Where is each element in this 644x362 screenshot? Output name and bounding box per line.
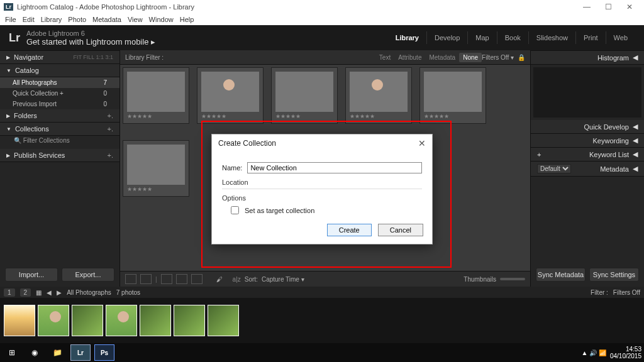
chrome-icon[interactable]: ◉	[25, 345, 44, 360]
navigator-zoom[interactable]: FIT FILL 1:1 3:1	[73, 54, 113, 60]
catalog-all-photographs[interactable]: All Photographs 7	[0, 77, 119, 88]
system-tray[interactable]: ▲ 🔊 📶 14:53 04/10/2015	[581, 346, 641, 359]
add-publish-icon[interactable]: +.	[108, 151, 113, 159]
filmstrip-thumb[interactable]	[208, 305, 239, 336]
explorer-icon[interactable]: 📁	[48, 345, 67, 360]
chevron-right-icon: ▶	[6, 153, 10, 158]
back-icon[interactable]: ◀	[47, 289, 52, 296]
keyword-list-header[interactable]: +Keyword List◀	[531, 148, 644, 162]
filmstrip-thumb[interactable]	[4, 305, 35, 336]
lock-icon[interactable]: 🔒	[518, 54, 525, 61]
clock-date: 04/10/2015	[610, 353, 641, 359]
publish-header[interactable]: ▶ Publish Services +.	[0, 149, 119, 162]
thumbnail-size-slider[interactable]	[500, 278, 525, 280]
filmstrip-thumb[interactable]	[174, 305, 205, 336]
chevron-right-icon: ▶	[6, 55, 10, 60]
chevron-left-icon: ◀	[633, 53, 638, 62]
collections-header[interactable]: ▼ Collections +.	[0, 123, 119, 136]
target-collection-checkbox[interactable]	[231, 206, 239, 214]
grid-thumb[interactable]: ★★★★★	[345, 67, 412, 124]
module-map[interactable]: Map	[467, 31, 496, 44]
module-web[interactable]: Web	[606, 31, 635, 44]
add-folder-icon[interactable]: +.	[108, 112, 113, 119]
histogram-header[interactable]: Histogram◀	[531, 51, 644, 65]
filters-off-dropdown[interactable]: Filters Off ▾	[482, 54, 514, 61]
metadata-preset-dropdown[interactable]: Default	[537, 164, 571, 173]
filter-label: Filter :	[591, 289, 608, 296]
photoshop-taskbar-icon[interactable]: Ps	[94, 344, 114, 361]
breadcrumb[interactable]: All Photographs	[67, 289, 111, 296]
tool-icon[interactable]	[161, 274, 172, 284]
cancel-button[interactable]: Cancel	[378, 224, 423, 236]
menu-photo[interactable]: Photo	[68, 16, 86, 23]
filmstrip-thumb[interactable]	[140, 305, 171, 336]
tool-icon[interactable]	[176, 274, 187, 284]
catalog-quick-collection[interactable]: Quick Collection + 0	[0, 88, 119, 99]
screen-1[interactable]: 1	[4, 288, 15, 297]
screen-2[interactable]: 2	[20, 288, 31, 297]
grid-icon[interactable]: ▦	[36, 289, 42, 296]
catalog-previous-import[interactable]: Previous Import 0	[0, 99, 119, 109]
minimize-button[interactable]: —	[576, 3, 597, 11]
menu-metadata[interactable]: Metadata	[92, 16, 121, 23]
lr-logo: Lr	[9, 31, 20, 45]
thumbnails-label: Thumbnails	[464, 276, 496, 283]
view-grid-icon[interactable]	[125, 274, 136, 284]
filter-collections[interactable]: 🔍 Filter Collections	[8, 136, 119, 145]
filmstrip-thumb[interactable]	[106, 305, 137, 336]
dialog-titlebar[interactable]: Create Collection ✕	[212, 134, 432, 152]
filter-none[interactable]: None	[459, 53, 482, 62]
forward-icon[interactable]: ▶	[57, 289, 62, 296]
grid-thumb[interactable]: ★★★★★	[419, 67, 486, 124]
view-loupe-icon[interactable]	[140, 274, 152, 284]
menu-window[interactable]: Window	[149, 16, 174, 23]
navigator-header[interactable]: ▶ Navigator FIT FILL 1:1 3:1	[0, 51, 119, 64]
menu-library[interactable]: Library	[41, 16, 62, 23]
menu-view[interactable]: View	[128, 16, 143, 23]
grid-thumb[interactable]: ★★★★★	[271, 67, 338, 124]
filter-attribute[interactable]: Attribute	[394, 53, 425, 62]
create-button[interactable]: Create	[327, 224, 372, 236]
lightroom-taskbar-icon[interactable]: Lr	[70, 344, 91, 361]
close-button[interactable]: ✕	[619, 3, 640, 11]
dialog-close-icon[interactable]: ✕	[418, 138, 426, 148]
quick-develop-header[interactable]: Quick Develop◀	[531, 120, 644, 134]
folders-header[interactable]: ▶ Folders +.	[0, 109, 119, 123]
menu-help[interactable]: Help	[180, 16, 194, 23]
grid-thumb[interactable]: ★★★★★	[197, 67, 264, 124]
filmstrip-thumbs[interactable]	[0, 298, 644, 343]
menu-file[interactable]: File	[5, 16, 16, 23]
tool-icon[interactable]	[191, 274, 203, 284]
maximize-button[interactable]: ☐	[597, 3, 619, 11]
menu-edit[interactable]: Edit	[23, 16, 35, 23]
filter-metadata[interactable]: Metadata	[425, 53, 459, 62]
metadata-header[interactable]: Default Metadata◀	[531, 162, 644, 177]
brand-line2[interactable]: Get started with Lightroom mobile ▸	[26, 38, 155, 46]
target-collection-label: Set as target collection	[245, 207, 314, 214]
catalog-header[interactable]: ▼ Catalog	[0, 64, 119, 77]
module-library[interactable]: Library	[388, 31, 426, 44]
module-print[interactable]: Print	[575, 31, 606, 44]
module-slideshow[interactable]: Slideshow	[528, 31, 575, 44]
filmstrip-thumb[interactable]	[72, 305, 103, 336]
export-button[interactable]: Export...	[62, 268, 114, 282]
filmstrip-thumb[interactable]	[38, 305, 69, 336]
keywording-header[interactable]: Keywording◀	[531, 134, 644, 148]
sync-metadata-button[interactable]: Sync Metadata	[536, 268, 586, 282]
app-icon: Lr	[4, 3, 13, 11]
import-button[interactable]: Import...	[5, 268, 58, 282]
module-book[interactable]: Book	[497, 31, 528, 44]
collection-name-input[interactable]	[247, 162, 422, 173]
menubar: File Edit Library Photo Metadata View Wi…	[0, 14, 644, 25]
sync-settings-button[interactable]: Sync Settings	[589, 268, 639, 282]
filter-dropdown[interactable]: Filters Off	[613, 289, 640, 296]
start-button[interactable]: ⊞	[3, 345, 21, 360]
grid-thumb[interactable]: ★★★★★	[123, 67, 189, 124]
filter-text[interactable]: Text	[375, 53, 394, 62]
add-collection-icon[interactable]: +.	[108, 125, 113, 133]
grid-thumb[interactable]: ★★★★★	[123, 140, 189, 197]
painter-icon[interactable]: 🖌	[216, 276, 223, 283]
sort-dropdown[interactable]: Capture Time ▾	[262, 276, 304, 283]
tray-icons[interactable]: ▲ 🔊 📶	[581, 349, 606, 356]
module-develop[interactable]: Develop	[426, 31, 467, 44]
